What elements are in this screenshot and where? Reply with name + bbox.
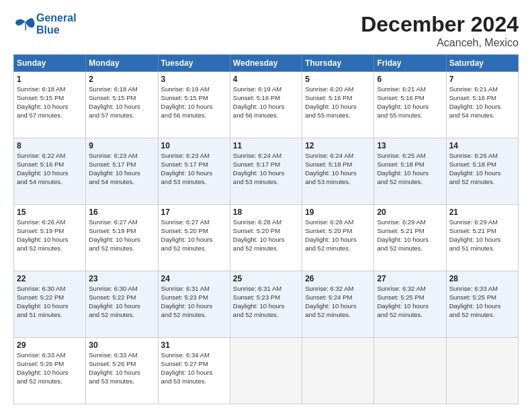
day-info-line: and 53 minutes. [233, 178, 299, 187]
day-info-line: and 52 minutes. [305, 244, 371, 253]
calendar-table: Sunday Monday Tuesday Wednesday Thursday… [13, 54, 519, 404]
day-info-line: and 52 minutes. [89, 244, 154, 253]
day-info-line: Sunset: 5:16 PM [305, 94, 371, 103]
day-info-line: and 52 minutes. [449, 178, 515, 187]
table-row: 30Sunrise: 6:33 AMSunset: 5:26 PMDayligh… [86, 338, 158, 404]
day-info-line: Daylight: 10 hours [377, 103, 443, 111]
day-info-line: Sunset: 5:21 PM [377, 227, 443, 236]
table-row: 10Sunrise: 6:23 AMSunset: 5:17 PMDayligh… [158, 138, 230, 205]
day-info-line: Sunset: 5:15 PM [161, 94, 227, 103]
day-info-line: and 52 minutes. [377, 311, 443, 320]
day-info-line: Sunset: 5:15 PM [17, 94, 83, 103]
day-number: 1 [17, 74, 83, 85]
day-info-line: Sunset: 5:17 PM [89, 161, 154, 169]
day-number: 3 [161, 74, 227, 85]
day-number: 21 [449, 207, 515, 218]
day-info-line: Sunrise: 6:32 AM [305, 285, 371, 293]
page-title: December 2024 [361, 12, 519, 37]
day-info-line: Daylight: 10 hours [449, 169, 515, 178]
table-row: 3Sunrise: 6:19 AMSunset: 5:15 PMDaylight… [158, 72, 230, 138]
day-info-line: Daylight: 10 hours [17, 302, 83, 311]
table-row: 4Sunrise: 6:19 AMSunset: 5:16 PMDaylight… [230, 72, 302, 138]
calendar-header-row: Sunday Monday Tuesday Wednesday Thursday… [14, 55, 519, 72]
day-info-line: Daylight: 10 hours [17, 103, 83, 111]
day-number: 7 [449, 74, 515, 85]
day-number: 4 [233, 74, 299, 85]
day-info-line: and 53 minutes. [89, 377, 154, 386]
table-row: 1Sunrise: 6:18 AMSunset: 5:15 PMDaylight… [14, 72, 86, 138]
title-area: December 2024 Acanceh, Mexico [361, 12, 519, 49]
day-info-line: Daylight: 10 hours [233, 169, 299, 178]
calendar-week-row: 29Sunrise: 6:33 AMSunset: 5:26 PMDayligh… [14, 338, 519, 404]
day-info-line: Sunset: 5:16 PM [449, 94, 515, 103]
day-number: 12 [305, 140, 371, 151]
day-number: 25 [233, 273, 299, 284]
day-info-line: Sunrise: 6:18 AM [17, 85, 83, 94]
day-info-line: and 52 minutes. [89, 311, 154, 320]
day-info-line: Sunset: 5:23 PM [161, 293, 227, 302]
day-info-line: Sunset: 5:23 PM [233, 293, 299, 302]
day-info-line: Sunrise: 6:24 AM [305, 152, 371, 161]
page-subtitle: Acanceh, Mexico [361, 37, 519, 49]
table-row: 24Sunrise: 6:31 AMSunset: 5:23 PMDayligh… [158, 271, 230, 338]
table-row: 23Sunrise: 6:30 AMSunset: 5:22 PMDayligh… [86, 271, 158, 338]
day-info-line: Sunset: 5:22 PM [17, 293, 83, 302]
day-info-line: Daylight: 10 hours [89, 169, 154, 178]
day-info-line: Daylight: 10 hours [233, 236, 299, 244]
table-row [302, 338, 374, 404]
day-info-line: Sunrise: 6:21 AM [377, 85, 443, 94]
day-number: 24 [161, 273, 227, 284]
day-info-line: and 53 minutes. [161, 178, 227, 187]
page: General Blue December 2024 Acanceh, Mexi… [0, 0, 532, 411]
table-row: 5Sunrise: 6:20 AMSunset: 5:16 PMDaylight… [302, 72, 374, 138]
day-info-line: and 57 minutes. [89, 111, 154, 120]
day-info-line: Daylight: 10 hours [89, 302, 154, 311]
day-info-line: Sunset: 5:16 PM [17, 161, 83, 169]
table-row: 20Sunrise: 6:29 AMSunset: 5:21 PMDayligh… [374, 205, 446, 271]
col-wednesday: Wednesday [230, 55, 302, 72]
day-info-line: Sunset: 5:20 PM [161, 227, 227, 236]
table-row: 7Sunrise: 6:21 AMSunset: 5:16 PMDaylight… [446, 72, 518, 138]
day-info-line: Sunrise: 6:32 AM [377, 285, 443, 293]
day-info-line: Sunset: 5:26 PM [89, 360, 154, 369]
day-info-line: and 55 minutes. [305, 111, 371, 120]
day-info-line: Sunrise: 6:27 AM [89, 218, 154, 227]
day-info-line: and 52 minutes. [449, 311, 515, 320]
table-row: 27Sunrise: 6:32 AMSunset: 5:25 PMDayligh… [374, 271, 446, 338]
day-info-line: Sunrise: 6:26 AM [449, 152, 515, 161]
day-info-line: Sunrise: 6:33 AM [17, 351, 83, 360]
calendar-week-row: 1Sunrise: 6:18 AMSunset: 5:15 PMDaylight… [14, 72, 519, 138]
day-info-line: Sunrise: 6:24 AM [233, 152, 299, 161]
day-info-line: Sunrise: 6:20 AM [305, 85, 371, 94]
table-row [374, 338, 446, 404]
day-info-line: Sunset: 5:18 PM [305, 161, 371, 169]
day-number: 14 [449, 140, 515, 151]
day-number: 31 [161, 340, 227, 351]
day-info-line: Sunrise: 6:22 AM [17, 152, 83, 161]
day-info-line: Daylight: 10 hours [377, 302, 443, 311]
day-info-line: Daylight: 10 hours [89, 103, 154, 111]
day-info-line: and 52 minutes. [17, 377, 83, 386]
day-info-line: and 55 minutes. [377, 111, 443, 120]
day-info-line: Sunset: 5:25 PM [449, 293, 515, 302]
day-info-line: Sunset: 5:22 PM [89, 293, 154, 302]
day-info-line: Sunrise: 6:29 AM [377, 218, 443, 227]
day-info-line: Daylight: 10 hours [377, 169, 443, 178]
calendar-week-row: 22Sunrise: 6:30 AMSunset: 5:22 PMDayligh… [14, 271, 519, 338]
table-row: 6Sunrise: 6:21 AMSunset: 5:16 PMDaylight… [374, 72, 446, 138]
table-row [446, 338, 518, 404]
day-info-line: and 56 minutes. [233, 111, 299, 120]
day-info-line: Sunset: 5:20 PM [305, 227, 371, 236]
table-row [230, 338, 302, 404]
day-number: 29 [17, 340, 83, 351]
day-info-line: Daylight: 10 hours [233, 103, 299, 111]
table-row: 14Sunrise: 6:26 AMSunset: 5:18 PMDayligh… [446, 138, 518, 205]
day-info-line: Sunrise: 6:19 AM [161, 85, 227, 94]
table-row: 15Sunrise: 6:26 AMSunset: 5:19 PMDayligh… [14, 205, 86, 271]
day-info-line: Daylight: 10 hours [305, 169, 371, 178]
day-info-line: and 54 minutes. [17, 178, 83, 187]
logo: General Blue [13, 12, 77, 36]
calendar-week-row: 8Sunrise: 6:22 AMSunset: 5:16 PMDaylight… [14, 138, 519, 205]
col-sunday: Sunday [14, 55, 86, 72]
day-info-line: Daylight: 10 hours [449, 236, 515, 244]
